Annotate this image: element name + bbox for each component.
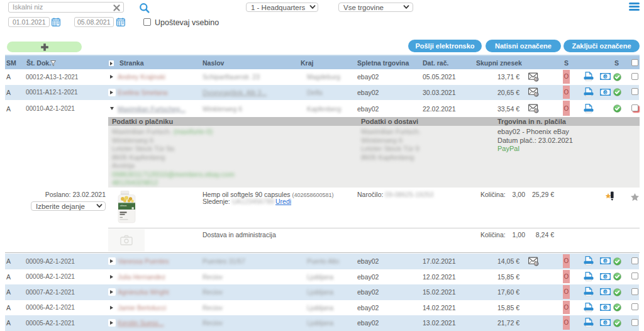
svg-text:@: @	[535, 109, 539, 113]
svg-text:@: @	[535, 93, 539, 96]
svg-text:0: 0	[604, 289, 607, 294]
svg-text:zdravo: zdravo	[120, 205, 127, 207]
svg-text:0: 0	[604, 305, 607, 309]
svg-text:@: @	[535, 77, 539, 81]
svg-text:@: @	[535, 262, 539, 266]
svg-text:0: 0	[604, 74, 607, 79]
svg-text:0: 0	[604, 320, 607, 325]
svg-text:0: 0	[604, 274, 607, 278]
svg-text:0: 0	[604, 89, 607, 94]
svg-text:0: 0	[604, 259, 607, 263]
